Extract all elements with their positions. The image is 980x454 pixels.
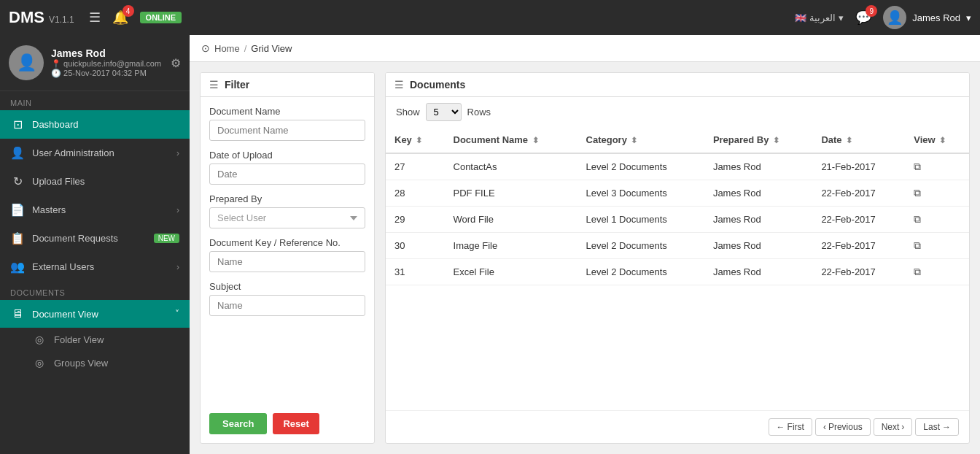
col-document-name[interactable]: Document Name ⬍ [445,127,578,153]
sidebar-item-dashboard[interactable]: ⊡ Dashboard [0,110,190,139]
cell-prepared-by: James Rod [704,180,812,207]
filter-body: Document Name Date of Upload Prepared By… [201,97,374,413]
settings-icon[interactable]: ⚙ [171,56,181,70]
filter-title: Filter [225,79,249,91]
dashboard-icon: ⊡ [10,118,25,131]
cell-view[interactable]: ⧉ [905,233,969,259]
search-button[interactable]: Search [209,413,267,434]
profile-email: 📍 quickpulse.info@gmail.com [51,59,163,69]
notification-icon[interactable]: 🔔 4 [112,9,128,26]
filter-panel: ☰ Filter Document Name Date of Upload Pr… [200,72,375,444]
sidebar-item-folder-view[interactable]: ◎ Folder View [0,328,190,351]
date-input[interactable] [209,163,365,185]
table-body: 27 ContactAs Level 2 Documents James Rod… [386,153,969,285]
cell-view[interactable]: ⧉ [905,180,969,207]
arrow-right-icon: → [942,422,951,432]
messages-badge: 9 [866,5,877,17]
cell-view[interactable]: ⧉ [905,259,969,285]
table-row: 29 Word File Level 1 Documents James Rod… [386,207,969,233]
lang-ar-label: العربية [809,12,836,23]
prepared-by-label: Prepared By [209,193,365,204]
breadcrumb-home[interactable]: Home [214,43,240,54]
cell-key: 29 [386,207,445,233]
doc-requests-icon: 📋 [10,231,25,245]
notification-badge: 4 [122,5,134,17]
masters-icon: 📄 [10,203,25,217]
sidebar-item-label: Folder View [54,334,104,345]
view-icon[interactable]: ⧉ [914,161,921,172]
col-view[interactable]: View ⬍ [905,127,969,153]
docs-menu-icon: ☰ [394,79,404,91]
cell-date: 22-Feb-2017 [812,259,905,285]
cell-date: 22-Feb-2017 [812,207,905,233]
doc-key-input[interactable] [209,251,365,272]
sidebar-item-user-administration[interactable]: 👤 User Administration › [0,139,190,167]
col-date[interactable]: Date ⬍ [812,127,905,153]
cell-category: Level 2 Documents [578,233,704,259]
rows-label: Rows [467,107,491,118]
col-key[interactable]: Key ⬍ [386,127,445,153]
cell-document-name: Word File [445,207,578,233]
user-menu[interactable]: 👤 James Rod ▾ [883,6,971,29]
doc-name-group: Document Name [209,106,365,141]
breadcrumb-current: Grid View [251,43,292,54]
breadcrumb: ⊙ Home / Grid View [190,35,980,62]
user-name-label: James Rod [912,12,960,23]
view-icon[interactable]: ⧉ [914,187,921,199]
col-prepared-by[interactable]: Prepared By ⬍ [704,127,812,153]
cell-prepared-by: James Rod [704,233,812,259]
cell-view[interactable]: ⧉ [905,153,969,180]
profile-date: 🕐 25-Nov-2017 04:32 PM [51,69,163,78]
cell-key: 27 [386,153,445,180]
subject-input[interactable] [209,295,365,316]
sidebar-item-masters[interactable]: 📄 Masters › [0,196,190,224]
brand-version: V1.1.1 [49,15,74,25]
language-selector[interactable]: 🇬🇧 العربية ▾ [795,12,844,23]
new-badge: NEW [154,234,179,243]
prepared-by-select[interactable]: Select User [209,207,365,228]
sidebar-item-label: Document Requests [32,233,147,244]
view-icon[interactable]: ⧉ [914,266,921,277]
sidebar-item-upload-files[interactable]: ↻ Upload Files [0,167,190,196]
view-icon[interactable]: ⧉ [914,213,921,225]
date-label: Date of Upload [209,150,365,161]
subject-label: Subject [209,281,365,292]
brand: DMS V1.1.1 [9,8,74,27]
arrow-left-icon: ‹ [823,422,826,432]
sort-icon: ⬍ [631,136,637,145]
cell-category: Level 2 Documents [578,259,704,285]
col-category[interactable]: Category ⬍ [578,127,704,153]
sidebar-item-groups-view[interactable]: ◎ Groups View [0,351,190,374]
cell-date: 22-Feb-2017 [812,233,905,259]
doc-name-input[interactable] [209,120,365,141]
first-button[interactable]: ← First [769,418,812,436]
cell-date: 22-Feb-2017 [812,180,905,207]
rows-select[interactable]: 5 10 25 50 [426,103,462,121]
avatar: 👤 [9,45,44,80]
content-area: ☰ Filter Document Name Date of Upload Pr… [190,62,980,454]
subject-group: Subject [209,281,365,316]
messages-icon[interactable]: 💬 9 [855,9,871,26]
view-icon[interactable]: ⧉ [914,239,921,251]
reset-button[interactable]: Reset [273,413,319,434]
documents-panel: ☰ Documents Show 5 10 25 50 Rows [385,72,970,444]
chevron-right-icon: › [176,205,179,215]
main-content: ⊙ Home / Grid View ☰ Filter Document Nam… [190,35,980,454]
documents-section-label: DOCUMENTS [0,281,190,300]
sidebar-item-external-users[interactable]: 👥 External Users › [0,253,190,281]
next-button[interactable]: Next › [874,418,913,436]
sidebar-item-document-view[interactable]: 🖥 Document View ˅ [0,300,190,328]
menu-icon[interactable]: ☰ [89,9,101,26]
main-section-label: MAIN [0,91,190,110]
doc-name-label: Document Name [209,106,365,117]
last-button[interactable]: Last → [915,418,959,436]
cell-view[interactable]: ⧉ [905,207,969,233]
avatar: 👤 [883,6,906,29]
previous-button[interactable]: ‹ Previous [815,418,871,436]
sidebar-item-document-requests[interactable]: 📋 Document Requests NEW [0,224,190,253]
sort-icon: ⬍ [846,136,852,145]
external-users-icon: 👥 [10,260,25,274]
cell-category: Level 3 Documents [578,180,704,207]
cell-category: Level 2 Documents [578,153,704,180]
arrow-left-icon: ← [777,422,785,432]
